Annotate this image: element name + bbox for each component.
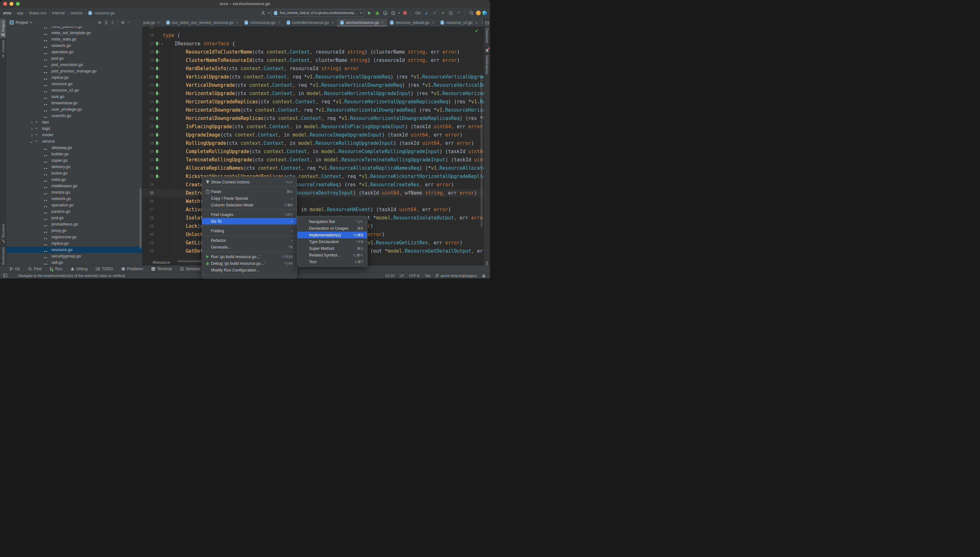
bell-icon[interactable] xyxy=(485,45,489,53)
project-panel-title[interactable]: Project xyxy=(16,20,28,25)
code-line-20[interactable]: 20I↓HardDeleteInfo(ctx context.Context, … xyxy=(142,64,483,73)
menu-item-declaration-or-usages[interactable]: Declaration or Usages⌘B xyxy=(297,225,367,231)
tree-item-pod_process_manage-go[interactable]: pod_process_manage.go xyxy=(7,68,142,74)
close-tab-icon[interactable]: × xyxy=(432,20,434,25)
menu-item-column-selection-mode[interactable]: Column Selection Mode⇧⌘8 xyxy=(202,202,297,208)
tree-item-dao[interactable]: dao xyxy=(7,119,142,125)
gear-icon[interactable]: ⚙ xyxy=(121,20,125,25)
hide-panel-icon[interactable]: − xyxy=(127,20,130,25)
chevron-down-icon[interactable] xyxy=(268,13,270,14)
update-available-icon[interactable]: ↑ xyxy=(476,11,481,15)
tool-window-button-git[interactable]: Git xyxy=(10,267,20,271)
tree-item-pod-go[interactable]: pod.go xyxy=(7,55,142,62)
tree-item-middleware-go[interactable]: middleware.go xyxy=(7,183,142,189)
tree-item-resource_v2-go[interactable]: resource_v2.go xyxy=(7,87,142,93)
chevron-right-icon[interactable] xyxy=(31,120,32,124)
editor-vertical-scrollbar[interactable] xyxy=(480,74,483,228)
editor-tab[interactable]: controller/resource.go× xyxy=(283,18,337,26)
implemented-gutter-icon[interactable]: I xyxy=(156,75,158,79)
breadcrumb-file[interactable]: resource.go xyxy=(95,11,114,15)
tree-item-builder-go[interactable]: builder.go xyxy=(7,151,142,157)
implemented-gutter-icon[interactable]: I xyxy=(156,91,158,95)
tree-item-pod-go[interactable]: pod.go xyxy=(7,215,142,221)
chevron-down-icon[interactable] xyxy=(31,139,32,143)
database-icon[interactable] xyxy=(485,18,489,26)
menu-item-debug-go-build-resource-go[interactable]: Debug 'go build resource.go...'^⇧F9 xyxy=(202,260,297,267)
code-line-34[interactable]: 34Create(ctx context.Context, req *v1.Re… xyxy=(142,181,483,189)
editor-breadcrumb[interactable]: IResource xyxy=(153,260,170,265)
git-branch-widget[interactable]: sprint-dmp-txqiangguo xyxy=(436,274,477,277)
implemented-gutter-icon[interactable]: I xyxy=(156,116,158,120)
code-line-35[interactable]: 35Destroy(ctx context.Context, in model.… xyxy=(142,189,483,197)
tree-item-proxy-go[interactable]: proxy.go xyxy=(7,228,142,234)
code-line-22[interactable]: 22I↓VerticalDowngrade(ctx context.Contex… xyxy=(142,81,483,89)
menu-item-implementation-s[interactable]: Implementation(s)⌥⌘B xyxy=(297,231,367,238)
menu-item-show-context-actions[interactable]: Show Context Actions⌥↵ xyxy=(202,179,297,185)
editor-tab[interactable]: resource_v2.go xyxy=(437,18,475,26)
tree-item-prometheus-go[interactable]: prometheus.go xyxy=(7,221,142,228)
tree-item-operation-go[interactable]: operation.go xyxy=(7,202,142,208)
git-commit-icon[interactable]: ✓ xyxy=(431,10,438,16)
implemented-gutter-icon[interactable]: I xyxy=(156,67,158,70)
git-history-icon[interactable] xyxy=(448,10,454,16)
menu-item-generate[interactable]: Generate...^N xyxy=(202,244,297,251)
tree-item-userinfo-go[interactable]: userinfo.go xyxy=(7,112,142,119)
debug-button[interactable] xyxy=(374,10,381,16)
tree-item-resource-go[interactable]: resource.go xyxy=(7,247,142,253)
search-everywhere-icon[interactable] xyxy=(468,10,474,16)
tree-item-task-go[interactable]: task.go xyxy=(7,93,142,100)
tool-stripe-database[interactable]: Database xyxy=(485,26,489,45)
user-profile-icon[interactable] xyxy=(260,10,266,16)
breadcrumb-item[interactable]: internal xyxy=(52,11,64,15)
code-line-24[interactable]: 24I↓HorizontalUpgradeReplicas(ctx contex… xyxy=(142,98,483,106)
code-line-16[interactable]: 16type ( xyxy=(142,31,483,39)
tree-item-user_privilege-go[interactable]: user_privilege.go xyxy=(7,106,142,112)
implemented-gutter-icon[interactable]: I xyxy=(156,158,158,162)
menu-item-modify-run-configuration[interactable]: Modify Run Configuration... xyxy=(202,267,297,274)
code-line-26[interactable]: 26I↓HorizontalDowngradeReplicas(ctx cont… xyxy=(142,114,483,122)
chevron-right-icon[interactable] xyxy=(31,126,32,131)
editor-tab[interactable]: v1/resource.go× xyxy=(241,18,283,26)
code-line-30[interactable]: 30I↓CompleteRollingUpgrade(ctx context.C… xyxy=(142,147,483,156)
breadcrumb-item[interactable]: eros xyxy=(3,11,11,15)
breadcrumb-item[interactable]: service xyxy=(70,11,82,15)
collapse-all-icon[interactable] xyxy=(111,21,114,24)
profiler-button[interactable] xyxy=(390,10,397,16)
menu-item-run-go-build-resource-go[interactable]: Run 'go build resource.go...'^⇧F10 xyxy=(202,253,297,260)
implemented-gutter-icon[interactable]: I xyxy=(156,125,158,129)
tree-item-meta_stats-go[interactable]: meta_stats.go xyxy=(7,36,142,42)
menu-item-paste[interactable]: Paste⌘V xyxy=(202,188,297,195)
code-line-27[interactable]: 27I↓InPlacingUpgrade(ctx context.Context… xyxy=(142,122,483,131)
implemented-gutter-icon[interactable]: I xyxy=(156,108,158,112)
code-line-37[interactable]: 37ActivateHAFailover(ctx context.Context… xyxy=(142,205,483,214)
tool-stripe-project[interactable]: Project xyxy=(0,18,6,38)
minimize-window-button[interactable] xyxy=(10,2,13,6)
implemented-gutter-icon[interactable]: I xyxy=(156,150,158,153)
tree-item-alleyway-go[interactable]: alleyway.go xyxy=(7,145,142,151)
code-line-23[interactable]: 23I↓HorizontalUpgrade(ctx context.Contex… xyxy=(142,89,483,98)
close-tab-icon[interactable]: × xyxy=(332,20,334,25)
tool-window-button-terminal[interactable]: Terminal xyxy=(151,267,172,271)
run-with-coverage-button[interactable] xyxy=(382,10,389,16)
code-line-36[interactable]: 36Watch(ctx context.Context) error xyxy=(142,197,483,205)
editor-tab[interactable]: oss_client_oss_service_resource.go× xyxy=(163,18,241,26)
implemented-gutter-icon[interactable]: I xyxy=(156,59,158,62)
tool-stripe-structure[interactable]: Structure xyxy=(1,221,5,245)
tree-item-resource-go[interactable]: resource.go xyxy=(7,81,142,87)
git-rollback-icon[interactable]: ↶ xyxy=(456,10,462,16)
tool-stripe-commit[interactable]: Commit xyxy=(1,38,5,60)
tool-window-button-services[interactable]: Services xyxy=(180,267,201,271)
menu-item-refactor[interactable]: Refactor› xyxy=(202,237,297,244)
run-button[interactable] xyxy=(366,10,372,16)
cursor-position[interactable]: 22:10 xyxy=(385,274,395,277)
implemented-gutter-icon[interactable]: I xyxy=(156,174,158,178)
tool-window-button-debug[interactable]: Debug xyxy=(70,267,87,271)
close-window-button[interactable] xyxy=(3,2,7,6)
tree-item-replica-go[interactable]: replica.go xyxy=(7,240,142,247)
select-opened-file-icon[interactable]: ⊕ xyxy=(98,20,101,25)
tree-item-params-go[interactable]: params.go xyxy=(7,208,142,215)
implemented-gutter-icon[interactable]: I xyxy=(156,100,158,104)
tree-item-copier-go[interactable]: copier.go xyxy=(7,157,142,164)
code-line-21[interactable]: 21I↓VerticalUpgrade(ctx context.Context,… xyxy=(142,73,483,81)
project-scrollbar[interactable] xyxy=(139,188,141,249)
